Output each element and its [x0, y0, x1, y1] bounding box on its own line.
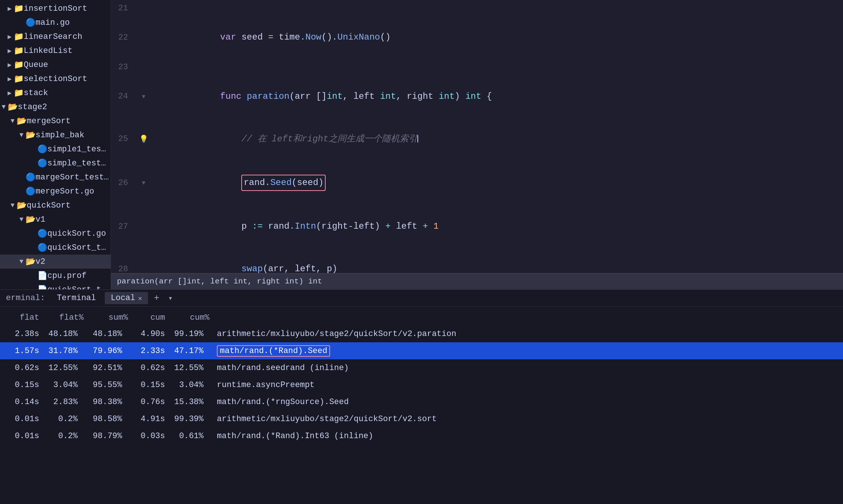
- sidebar-item-stage2[interactable]: ▼ 📂 stage2: [0, 100, 111, 114]
- cell-func: math/rand.(*rngSource).Seed: [209, 393, 843, 410]
- sidebar-item-cpu.prof[interactable]: 📄 cpu.prof: [0, 269, 111, 283]
- table-row[interactable]: 0.15s 3.04% 95.55% 0.15s 3.04% runtime.a…: [0, 376, 843, 393]
- table-row[interactable]: 0.01s 0.2% 98.79% 0.03s 0.61% math/rand.…: [0, 427, 843, 444]
- code-editor[interactable]: 21 22 var seed = time.Now().UnixNano() 2…: [111, 0, 843, 273]
- sidebar-item-label: simple_bak: [36, 131, 111, 140]
- sidebar-item-selectionSort[interactable]: ▶ 📁 selectionSort: [0, 72, 111, 86]
- test-file-icon: 🔵: [37, 158, 47, 168]
- table-row[interactable]: 2.38s 48.18% 48.18% 4.90s 99.19% arithme…: [0, 325, 843, 342]
- col-header-func: [209, 310, 843, 325]
- sidebar-item-label: quickSort.go: [47, 229, 111, 238]
- tree-arrow: ▼: [18, 258, 25, 265]
- cell-cum: 4.91s: [128, 410, 165, 427]
- cell-flat: 2.38s: [0, 325, 39, 342]
- close-tab-button[interactable]: ✕: [138, 294, 142, 302]
- col-header-cum: cum: [128, 310, 165, 325]
- go-file-icon: 🔵: [25, 18, 36, 28]
- go-file-icon: 🔵: [25, 187, 36, 196]
- table-row[interactable]: 0.01s 0.2% 98.58% 4.91s 99.39% arithmeti…: [0, 410, 843, 427]
- editor-tooltip: paration(arr []int, left int, right int)…: [111, 273, 843, 289]
- add-terminal-button[interactable]: +: [151, 292, 162, 305]
- line-content: p := rand.Intn(right-left) + left + 1: [150, 205, 843, 248]
- line-gutter-fold-24[interactable]: ▼: [137, 75, 150, 118]
- tree-arrow: ▼: [18, 216, 25, 223]
- code-line-22: 22 var seed = time.Now().UnixNano(): [111, 16, 843, 59]
- sidebar-item-label: linearSearch: [24, 32, 111, 41]
- sidebar-item-mergeSort.go[interactable]: 🔵 mergeSort.go: [0, 184, 111, 198]
- sidebar-item-insertionSort[interactable]: ▶ 📁 insertionSort: [0, 1, 111, 16]
- folder-icon: 📁: [13, 88, 24, 98]
- sidebar-item-label: selectionSort: [24, 74, 111, 84]
- code-line-27: 27 p := rand.Intn(right-left) + left + 1: [111, 205, 843, 248]
- cell-func: runtime.asyncPreempt: [209, 376, 843, 393]
- cell-flatpct: 31.78%: [39, 342, 84, 359]
- sidebar-item-quickSort.test[interactable]: 📄 quickSort.test: [0, 283, 111, 289]
- code-line-26: 26 ▼ rand.Seed(seed): [111, 161, 843, 205]
- sidebar-item-main.go[interactable]: 🔵 main.go: [0, 16, 111, 30]
- go-file-icon: 🔵: [37, 229, 47, 239]
- cell-func: math/rand.(*Rand).Int63 (inline): [209, 427, 843, 444]
- cell-flatpct: 0.2%: [39, 427, 84, 444]
- sidebar-item-Queue[interactable]: ▶ 📁 Queue: [0, 58, 111, 72]
- table-row[interactable]: 0.14s 2.83% 98.38% 0.76s 15.38% math/ran…: [0, 393, 843, 410]
- line-gutter: [137, 59, 150, 75]
- cell-flat: 1.57s: [0, 342, 39, 359]
- sidebar-item-label: simple1_test.go: [47, 145, 111, 154]
- terminal-tab-terminal[interactable]: Terminal: [51, 292, 102, 304]
- code-line-21: 21: [111, 0, 843, 16]
- cell-cum: 0.76s: [128, 393, 165, 410]
- cell-flat: 0.01s: [0, 410, 39, 427]
- sidebar-item-quickSort.go[interactable]: 🔵 quickSort.go: [0, 226, 111, 241]
- terminal-tab-label: Terminal: [57, 293, 96, 303]
- sidebar-item-label: insertionSort: [24, 4, 111, 13]
- cell-flat: 0.14s: [0, 393, 39, 410]
- code-line-23: 23: [111, 59, 843, 75]
- line-number: 26: [111, 161, 137, 205]
- terminal-tab-local[interactable]: Local ✕: [105, 292, 148, 304]
- tree-arrow: ▼: [9, 117, 16, 125]
- cell-func: math/rand.(*Rand).Seed: [209, 342, 843, 359]
- tree-arrow: ▼: [0, 103, 7, 111]
- sidebar-item-simple1_test.go[interactable]: 🔵 simple1_test.go: [0, 142, 111, 156]
- code-line-28: 28 swap(arr, left, p): [111, 248, 843, 273]
- line-gutter-bulb[interactable]: 💡: [137, 118, 150, 160]
- sidebar-item-v1[interactable]: ▼ 📂 v1: [0, 212, 111, 226]
- sidebar-item-v2[interactable]: ▼ 📂 v2: [0, 255, 111, 269]
- tree-arrow: ▼: [9, 202, 16, 209]
- sidebar-item-mergeSort[interactable]: ▼ 📂 mergeSort: [0, 114, 111, 128]
- sidebar-item-quickSort_test.go[interactable]: 🔵 quickSort_test.go: [0, 241, 111, 255]
- sidebar-item-simple_bak[interactable]: ▼ 📂 simple_bak: [0, 128, 111, 142]
- sidebar-item-LinkedList[interactable]: ▶ 📁 LinkedList: [0, 44, 111, 58]
- cell-cumpct: 15.38%: [165, 393, 209, 410]
- sidebar-item-label: simple_test.go: [47, 159, 111, 168]
- cell-cumpct: 0.61%: [165, 427, 209, 444]
- table-row-selected[interactable]: 1.57s 31.78% 79.96% 2.33s 47.17% math/ra…: [0, 342, 843, 359]
- sidebar-item-simple_test.go[interactable]: 🔵 simple_test.go: [0, 156, 111, 170]
- tree-arrow: ▶: [6, 33, 13, 41]
- folder-icon: 📁: [13, 74, 24, 84]
- terminal-dropdown-button[interactable]: ▾: [165, 292, 176, 304]
- cell-sumpct: 92.51%: [84, 359, 128, 376]
- sidebar-item-label: LinkedList: [24, 46, 111, 56]
- col-header-flatpct: flat%: [39, 310, 84, 325]
- test-binary-icon: 📄: [37, 285, 47, 290]
- line-gutter-fold-26[interactable]: ▼: [137, 161, 150, 205]
- table-row[interactable]: 0.62s 12.55% 92.51% 0.62s 12.55% math/ra…: [0, 359, 843, 376]
- sidebar-item-label: Queue: [24, 60, 111, 70]
- cell-func: arithmetic/mxliuyubo/stage2/quickSort/v2…: [209, 410, 843, 427]
- file-tree-sidebar: ▶ 📁 insertionSort 🔵 main.go ▶ 📁 linearSe…: [0, 0, 111, 289]
- sidebar-item-label: quickSort_test.go: [47, 243, 111, 252]
- sidebar-item-margeSort_test.go[interactable]: 🔵 margeSort_test.go: [0, 170, 111, 184]
- code-line-25: 25 💡 // 在 left和right之间生成一个随机索引: [111, 118, 843, 160]
- cell-sumpct: 98.79%: [84, 427, 128, 444]
- sidebar-item-quickSort[interactable]: ▼ 📂 quickSort: [0, 198, 111, 212]
- tree-arrow: ▶: [6, 89, 13, 97]
- cell-flat: 0.15s: [0, 376, 39, 393]
- sidebar-item-linearSearch[interactable]: ▶ 📁 linearSearch: [0, 30, 111, 44]
- cell-cumpct: 3.04%: [165, 376, 209, 393]
- sidebar-item-label: cpu.prof: [47, 271, 111, 280]
- cell-cumpct: 47.17%: [165, 342, 209, 359]
- sidebar-item-stack[interactable]: ▶ 📁 stack: [0, 86, 111, 100]
- sidebar-item-label: quickSort: [27, 201, 111, 210]
- cell-cum: 0.62s: [128, 359, 165, 376]
